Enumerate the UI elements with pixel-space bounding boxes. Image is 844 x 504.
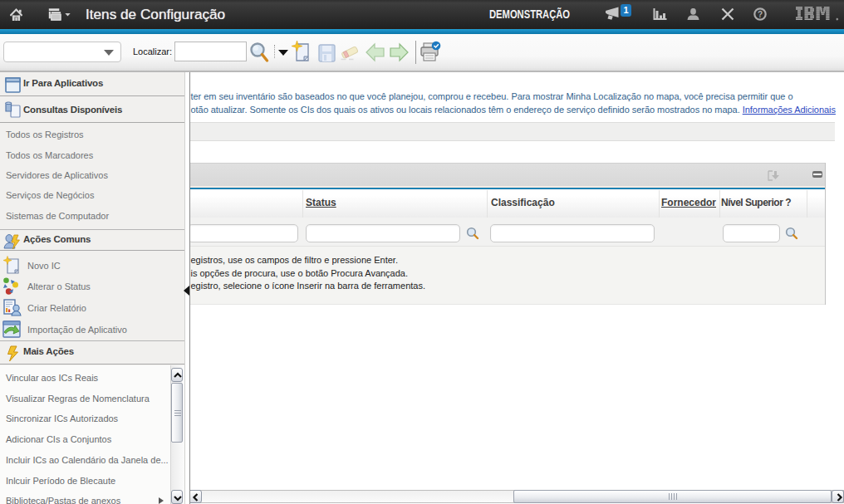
svg-text:?: ? [758,10,763,19]
